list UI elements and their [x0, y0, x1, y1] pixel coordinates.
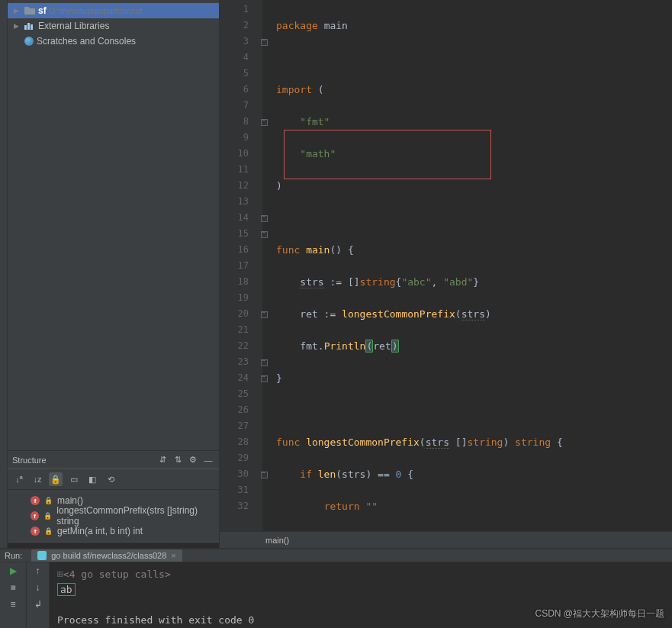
- autoscroll-icon[interactable]: ⟲: [104, 472, 117, 486]
- left-tool-rail[interactable]: [0, 0, 8, 548]
- code-editor[interactable]: 1 2 3 4 5 6 7 8 9 10 11 12 13 14 15 16 1: [220, 0, 672, 548]
- function-badge-icon: f: [31, 527, 40, 536]
- wrap-icon[interactable]: ↲: [34, 599, 42, 610]
- project-name: sf: [38, 5, 47, 16]
- line-number[interactable]: 1: [220, 2, 249, 18]
- scratches-icon: [24, 37, 34, 46]
- line-gutter[interactable]: 1 2 3 4 5 6 7 8 9 10 11 12 13 14 15 16 1: [220, 0, 262, 531]
- structure-toolbar: ↓ª ↓z 🔒 ▭ ◧ ⟲: [8, 469, 219, 490]
- run-label: Run:: [5, 551, 22, 560]
- output-highlight: ab: [57, 583, 76, 596]
- stop-icon[interactable]: ■: [10, 582, 15, 593]
- up-icon[interactable]: ↑: [36, 565, 40, 576]
- scratches-label: Scratches and Consoles: [37, 36, 136, 47]
- project-tree: ▶ sf D:\mysetup\gopath\src\sf ▶ External…: [8, 0, 219, 450]
- run-tabs: Run: go build sf/newclass2/class028 ×: [0, 549, 672, 562]
- expand-icon[interactable]: ⇵: [156, 455, 169, 465]
- project-sidebar: ▶ sf D:\mysetup\gopath\src\sf ▶ External…: [8, 0, 220, 548]
- sort-visibility-icon[interactable]: ↓z: [31, 472, 44, 486]
- highlight-box: [284, 130, 491, 179]
- sort-alpha-icon[interactable]: ↓ª: [12, 472, 26, 486]
- chevron-right-icon[interactable]: ▶: [14, 7, 21, 14]
- gear-icon[interactable]: ⚙: [187, 455, 199, 465]
- tree-item-project-root[interactable]: ▶ sf D:\mysetup\gopath\src\sf: [8, 3, 219, 18]
- breadcrumb-item[interactable]: main(): [265, 536, 289, 545]
- function-badge-icon: f: [31, 511, 39, 520]
- collapse-icon[interactable]: ⇅: [172, 455, 184, 465]
- tree-item-scratches[interactable]: Scratches and Consoles: [8, 34, 219, 49]
- structure-item-label: main(): [57, 495, 83, 506]
- run-tab[interactable]: go build sf/newclass2/class028 ×: [31, 549, 182, 562]
- close-icon[interactable]: ×: [171, 551, 175, 560]
- show-fields-icon[interactable]: ▭: [67, 472, 81, 486]
- structure-list: f 🔒 main() f 🔒 longestCommonPrefix(strs …: [8, 490, 219, 542]
- code-content[interactable]: package main import ( "fmt" "math" ) fun…: [262, 0, 672, 531]
- structure-item-label: getMin(a int, b int) int: [57, 526, 143, 536]
- folder-icon: [24, 7, 35, 14]
- layout-icon[interactable]: ≡: [10, 599, 15, 610]
- breadcrumb-bar[interactable]: main(): [220, 531, 672, 548]
- lock-icon: 🔒: [44, 497, 53, 504]
- down-icon[interactable]: ↓: [36, 582, 40, 593]
- scrollbar[interactable]: [8, 542, 219, 548]
- minimize-icon[interactable]: —: [202, 456, 214, 465]
- go-icon: [37, 551, 47, 560]
- run-side-toolbar2: ↑ ↓ ↲: [27, 562, 50, 628]
- structure-panel: Structure ⇵ ⇅ ⚙ — ↓ª ↓z 🔒 ▭ ◧ ⟲: [8, 450, 219, 548]
- exit-message: Process finished with exit code 0: [57, 614, 254, 626]
- external-libs-label: External Libraries: [38, 21, 109, 31]
- run-icon[interactable]: ▶: [10, 565, 17, 576]
- library-icon: [24, 23, 35, 30]
- project-path: D:\mysetup\gopath\src\sf: [50, 6, 143, 15]
- show-methods-icon[interactable]: ◧: [85, 472, 99, 486]
- lock-icon[interactable]: 🔒: [49, 472, 63, 486]
- structure-item[interactable]: f 🔒 longestCommonPrefix(strs []string) s…: [8, 508, 219, 523]
- lock-icon: 🔒: [43, 512, 52, 520]
- structure-header: Structure ⇵ ⇅ ⚙ —: [8, 451, 219, 469]
- chevron-right-icon[interactable]: ▶: [14, 22, 21, 30]
- run-side-toolbar: ▶ ■ ≡: [0, 562, 27, 628]
- watermark: CSDN @福大大架构师每日一题: [535, 607, 664, 620]
- tree-item-external-libs[interactable]: ▶ External Libraries: [8, 18, 219, 34]
- structure-item-label: longestCommonPrefix(strs []string) strin…: [56, 505, 213, 527]
- lock-icon: 🔒: [44, 527, 53, 535]
- structure-title: Structure: [12, 456, 47, 465]
- function-badge-icon: f: [31, 496, 40, 505]
- run-tab-label: go build sf/newclass2/class028: [51, 551, 166, 560]
